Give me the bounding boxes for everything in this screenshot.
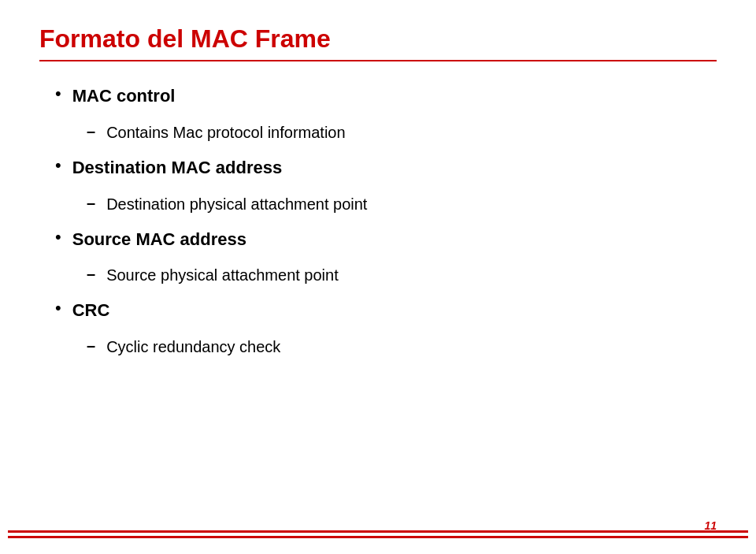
sub-text-cyclic: Cyclic redundancy check <box>106 336 280 357</box>
sub-text-contains-mac: Contains Mac protocol information <box>106 122 345 143</box>
bullet-item-destination-mac: • Destination MAC address <box>55 157 717 180</box>
page-title: Formato del MAC Frame <box>39 24 717 54</box>
title-underline <box>39 60 717 61</box>
title-section: Formato del MAC Frame <box>39 24 717 61</box>
footer-line-bottom <box>8 536 748 538</box>
bullet-dot-4: • <box>55 298 61 318</box>
dash-icon-4: – <box>87 336 95 355</box>
bullet-label-crc: CRC <box>72 299 110 322</box>
bullet-dot-3: • <box>55 227 61 247</box>
sub-items-mac-control: – Contains Mac protocol information <box>87 122 717 143</box>
page-number: 11 <box>704 519 717 532</box>
bullet-item-source-mac: • Source MAC address <box>55 229 717 251</box>
bullet-label-source-mac: Source MAC address <box>72 229 246 251</box>
dash-icon-3: – <box>87 265 95 283</box>
dash-icon-2: – <box>87 194 95 212</box>
bullet-label-destination-mac: Destination MAC address <box>72 157 283 180</box>
sub-item-contains-mac: – Contains Mac protocol information <box>87 122 717 143</box>
bullet-item-mac-control: • MAC control <box>55 85 717 108</box>
bullet-label-mac-control: MAC control <box>72 85 176 108</box>
bullet-item-crc: • CRC <box>55 299 717 322</box>
slide-container: Formato del MAC Frame • MAC control – Co… <box>0 0 756 554</box>
bullet-dot: • <box>55 84 61 104</box>
bullet-dot-2: • <box>55 155 61 176</box>
sub-item-source-physical: – Source physical attachment point <box>87 265 717 285</box>
dash-icon: – <box>87 122 95 140</box>
sub-items-crc: – Cyclic redundancy check <box>87 336 717 357</box>
sub-item-cyclic: – Cyclic redundancy check <box>87 336 717 357</box>
content-area: • MAC control – Contains Mac protocol in… <box>39 85 717 356</box>
sub-items-source-mac: – Source physical attachment point <box>87 265 717 285</box>
sub-item-dest-physical: – Destination physical attachment point <box>87 194 717 214</box>
sub-text-dest-physical: Destination physical attachment point <box>106 194 367 214</box>
footer-lines <box>0 530 756 538</box>
sub-items-destination-mac: – Destination physical attachment point <box>87 194 717 214</box>
sub-text-source-physical: Source physical attachment point <box>106 265 339 285</box>
footer-line-top <box>8 530 748 533</box>
